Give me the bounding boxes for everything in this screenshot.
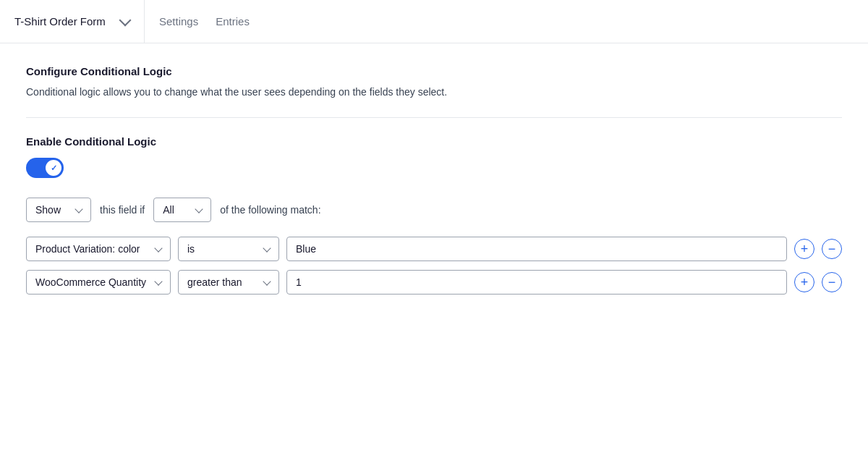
rule1-remove-button[interactable]: − [822, 239, 842, 259]
rule2-operator-label: greater than [187, 276, 242, 288]
main-content: Configure Conditional Logic Conditional … [0, 43, 868, 325]
toggle-track: ✓ [26, 158, 64, 178]
nav-tabs: Settings Entries [145, 0, 264, 43]
all-select-label: All [163, 204, 174, 216]
enable-toggle[interactable]: ✓ [26, 158, 64, 178]
top-bar: T-Shirt Order Form Settings Entries [0, 0, 868, 43]
all-select-chevron-icon [195, 205, 203, 213]
show-select-label: Show [35, 204, 61, 216]
all-select[interactable]: All [153, 198, 211, 222]
rule1-field-select[interactable]: Product Variation: color [26, 237, 171, 261]
field-text: this field if [100, 204, 145, 216]
rule1-operator-select[interactable]: is [178, 237, 279, 261]
enable-label: Enable Conditional Logic [26, 135, 842, 148]
rule2-field-label: WooCommerce Quantity [35, 276, 146, 288]
rule2-add-button[interactable]: + [794, 272, 814, 292]
rule2-value-input[interactable] [286, 270, 787, 295]
rule1-operator-label: is [187, 243, 195, 255]
tab-settings[interactable]: Settings [159, 0, 198, 43]
rule1-add-button[interactable]: + [794, 239, 814, 259]
rule1-field-chevron-icon [154, 244, 162, 252]
checkmark-icon: ✓ [51, 164, 57, 173]
enable-section: Enable Conditional Logic ✓ [26, 135, 842, 180]
rule-row-2: WooCommerce Quantity greater than + − [26, 270, 842, 295]
tab-entries[interactable]: Entries [216, 0, 250, 43]
rule2-operator-select[interactable]: greater than [178, 270, 279, 295]
condition-header-row: Show this field if All of the following … [26, 198, 842, 222]
configure-title: Configure Conditional Logic [26, 65, 842, 77]
rule1-field-label: Product Variation: color [35, 243, 140, 255]
rule2-field-chevron-icon [154, 277, 162, 285]
divider-1 [26, 117, 842, 118]
show-select[interactable]: Show [26, 198, 91, 222]
rule1-operator-chevron-icon [263, 244, 271, 252]
show-select-chevron-icon [75, 205, 82, 213]
rule1-value-input[interactable] [286, 237, 787, 261]
form-selector-label: T-Shirt Order Form [14, 15, 106, 27]
form-selector[interactable]: T-Shirt Order Form [0, 0, 145, 43]
configure-section: Configure Conditional Logic Conditional … [26, 65, 842, 100]
rule2-field-select[interactable]: WooCommerce Quantity [26, 270, 171, 295]
chevron-down-icon [119, 14, 132, 26]
configure-description: Conditional logic allows you to change w… [26, 85, 842, 100]
rule2-remove-button[interactable]: − [822, 272, 842, 292]
rule2-operator-chevron-icon [263, 277, 271, 285]
rule-row-1: Product Variation: color is + − [26, 237, 842, 261]
toggle-thumb: ✓ [46, 160, 61, 176]
match-text: of the following match: [220, 204, 320, 216]
